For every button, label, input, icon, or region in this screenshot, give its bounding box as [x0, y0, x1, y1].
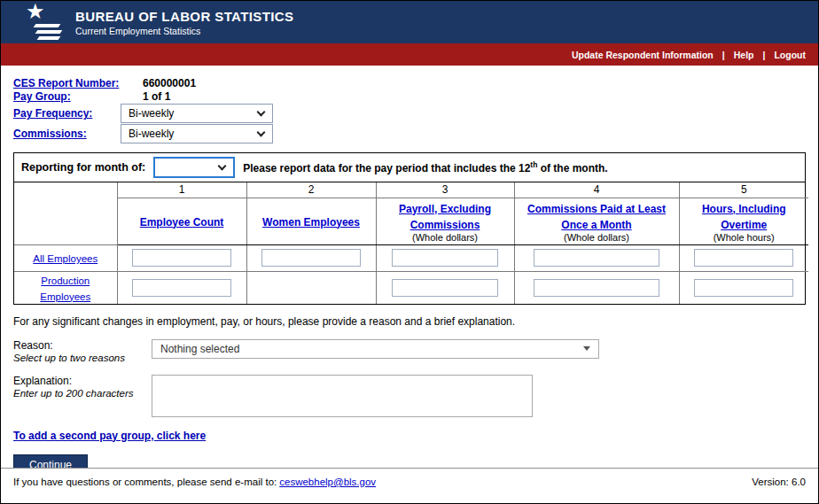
report-info-section: CES Report Number: 660000001 Pay Group: … [1, 66, 818, 143]
hours-column-link[interactable]: Hours, Including Overtime [702, 203, 786, 231]
all-employees-women-employees-cell [246, 244, 376, 271]
logout-link[interactable]: Logout [774, 50, 806, 60]
help-link[interactable]: Help [734, 50, 754, 60]
column-number-4: 4 [514, 182, 679, 198]
reason-dropdown[interactable]: Nothing selected [152, 339, 599, 359]
column-header-women-employees: Women Employees [246, 198, 376, 244]
all-employees-employee-count-input[interactable] [132, 249, 231, 267]
chevron-down-icon [257, 108, 266, 117]
all-employees-hours-cell [679, 244, 808, 271]
production-employees-hours-input[interactable] [694, 279, 793, 297]
footer-contact-text: If you have questions or comments, pleas… [13, 477, 376, 487]
commissions-value: Bi-weekly [121, 128, 174, 140]
chevron-down-icon [218, 162, 227, 171]
reason-label: Reason: [13, 339, 152, 352]
column-header-hours: Hours, Including Overtime (Whole hours) [679, 198, 808, 244]
nav-separator: | [722, 50, 725, 60]
production-employees-payroll-input[interactable] [392, 279, 497, 297]
all-employees-link[interactable]: All Employees [33, 253, 98, 264]
all-employees-hours-input[interactable] [694, 249, 793, 267]
column-number-1: 1 [117, 182, 246, 198]
column-note: (Whole dollars) [380, 232, 511, 243]
pay-group-row: Pay Group: 1 of 1 [13, 90, 818, 103]
utility-nav: Update Respondent Information | Help | L… [1, 43, 818, 66]
bls-logo-icon: ★ [24, 4, 65, 40]
logo-stripe-icon [34, 24, 61, 27]
production-employees-employee-count-input[interactable] [132, 279, 231, 297]
pay-frequency-select[interactable]: Bi-weekly [121, 104, 273, 123]
footer-text: If you have questions or comments, pleas… [13, 477, 277, 487]
logo-stripe-icon [35, 30, 63, 34]
all-employees-row: All Employees [14, 244, 808, 271]
commissions-column-link[interactable]: Commissions Paid at Least Once a Month [527, 203, 666, 231]
reason-field-row: Reason: Select up to two reasons Nothing… [13, 339, 818, 363]
email-link[interactable]: ceswebhelp@bls.gov [279, 477, 376, 487]
column-note: (Whole hours) [683, 232, 806, 243]
logo-stripe-icon [37, 36, 61, 40]
footer: If you have questions or comments, pleas… [1, 468, 818, 503]
pay-frequency-value: Bi-weekly [121, 107, 174, 120]
explanation-label: Explanation: [13, 375, 152, 387]
production-employees-commissions-input[interactable] [534, 279, 659, 297]
explanation-textarea[interactable] [152, 375, 533, 417]
reporting-month-select[interactable] [153, 157, 235, 178]
corner-cell [14, 182, 117, 244]
production-employees-payroll-cell [376, 271, 514, 304]
reason-label-block: Reason: Select up to two reasons [13, 339, 152, 363]
production-employees-women-employees-cell [246, 271, 376, 304]
masthead-text: BUREAU OF LABOR STATISTICS Current Emplo… [75, 9, 294, 36]
report-table-section: Reporting for month of: Please report da… [13, 152, 806, 305]
changes-instruction: For any significant changes in employmen… [13, 315, 818, 328]
explanation-hint: Enter up to 200 characters [13, 388, 152, 399]
employee-count-column-link[interactable]: Employee Count [140, 216, 224, 229]
production-employees-commissions-cell [514, 271, 679, 304]
ces-report-number-value: 660000001 [143, 77, 196, 89]
reporting-month-row: Reporting for month of: Please report da… [14, 153, 805, 182]
site-subtitle: Current Employment Statistics [75, 26, 294, 36]
production-employees-link[interactable]: Production Employees [40, 275, 90, 302]
all-employees-commissions-input[interactable] [534, 249, 659, 267]
column-number-5: 5 [679, 182, 808, 198]
pay-group-value: 1 of 1 [143, 90, 170, 103]
dropdown-caret-icon [583, 346, 590, 351]
payroll-column-link[interactable]: Payroll, Excluding Commissions [399, 203, 491, 231]
page: ★ BUREAU OF LABOR STATISTICS Current Emp… [0, 0, 819, 504]
star-icon: ★ [26, 1, 45, 22]
production-employees-hours-cell [679, 271, 808, 304]
commissions-label[interactable]: Commissions: [13, 128, 121, 140]
masthead: ★ BUREAU OF LABOR STATISTICS Current Emp… [1, 1, 818, 43]
all-employees-payroll-cell [376, 244, 514, 271]
data-entry-table: 1 2 3 4 5 Employee Count Women Employees… [14, 182, 808, 304]
pay-group-label[interactable]: Pay Group: [13, 90, 143, 103]
reporting-month-label: Reporting for month of: [21, 161, 145, 174]
column-number-2: 2 [246, 182, 376, 198]
explanation-field-row: Explanation: Enter up to 200 characters [13, 375, 818, 417]
column-headers-row: Employee Count Women Employees Payroll, … [14, 198, 808, 244]
column-header-payroll: Payroll, Excluding Commissions (Whole do… [376, 198, 514, 244]
version-label: Version: 6.0 [752, 477, 806, 487]
update-respondent-link[interactable]: Update Respondent Information [572, 50, 714, 60]
all-employees-payroll-input[interactable] [392, 249, 497, 267]
all-employees-employee-count-cell [117, 244, 246, 271]
all-employees-commissions-cell [514, 244, 679, 271]
column-header-employee-count: Employee Count [117, 198, 246, 244]
all-employees-women-employees-input[interactable] [261, 249, 361, 267]
add-pay-group-link[interactable]: To add a second pay group, click here [13, 430, 206, 442]
commissions-row: Commissions: Bi-weekly [13, 124, 818, 143]
ces-report-number-row: CES Report Number: 660000001 [13, 77, 818, 89]
pay-frequency-label[interactable]: Pay Frequency: [13, 107, 121, 120]
chevron-down-icon [257, 128, 266, 137]
production-employees-employee-count-cell [117, 271, 246, 304]
all-employees-label-cell: All Employees [14, 244, 117, 271]
production-employees-row: Production Employees [14, 271, 808, 304]
nav-separator: | [762, 50, 765, 60]
reason-hint: Select up to two reasons [13, 353, 152, 363]
production-employees-label-cell: Production Employees [14, 271, 117, 304]
commissions-select[interactable]: Bi-weekly [121, 124, 273, 143]
reporting-instruction: Please report data for the pay period th… [243, 160, 607, 174]
column-number-3: 3 [376, 182, 514, 198]
ces-report-number-label[interactable]: CES Report Number: [13, 77, 143, 89]
column-numbers-row: 1 2 3 4 5 [14, 182, 808, 198]
pay-frequency-row: Pay Frequency: Bi-weekly [13, 104, 818, 123]
women-employees-column-link[interactable]: Women Employees [262, 216, 360, 229]
